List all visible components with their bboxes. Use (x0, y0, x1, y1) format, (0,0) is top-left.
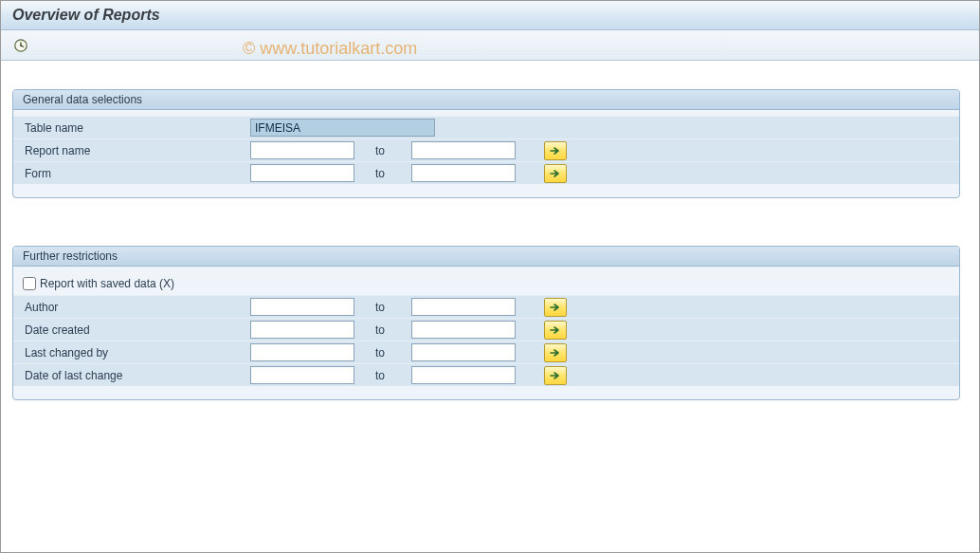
row-last-changed-by: Last changed by to (13, 341, 959, 363)
input-report-name-from[interactable] (250, 141, 354, 159)
title-bar: Overview of Reports (1, 1, 979, 30)
input-date-last-change-to[interactable] (411, 366, 516, 384)
arrow-right-icon (549, 145, 562, 157)
input-report-name-to[interactable] (411, 141, 516, 159)
multiselect-date-last-change-button[interactable] (544, 366, 567, 385)
group-further-restrictions: Further restrictions Report with saved d… (12, 246, 960, 400)
to-label-date-last-change: to (354, 369, 411, 382)
row-date-last-change: Date of last change to (13, 363, 959, 386)
input-date-created-to[interactable] (411, 321, 516, 339)
input-last-changed-by-to[interactable] (411, 343, 516, 361)
label-report-saved-data: Report with saved data (X) (40, 277, 174, 290)
arrow-right-icon (549, 168, 562, 179)
row-report-name: Report name to (13, 138, 959, 161)
row-report-saved-data: Report with saved data (X) (13, 272, 959, 295)
label-date-last-change: Date of last change (23, 369, 250, 382)
to-label-report-name: to (354, 144, 411, 157)
page-title: Overview of Reports (12, 7, 968, 24)
multiselect-last-changed-by-button[interactable] (544, 343, 567, 362)
group-header-general: General data selections (13, 90, 959, 110)
multiselect-report-name-button[interactable] (544, 141, 567, 160)
input-form-from[interactable] (250, 164, 354, 182)
content-area: General data selections Table name Repor… (1, 61, 979, 459)
label-last-changed-by: Last changed by (23, 346, 250, 359)
to-label-last-changed-by: to (354, 346, 411, 359)
arrow-right-icon (549, 302, 562, 313)
to-label-author: to (354, 301, 411, 314)
arrow-right-icon (549, 347, 562, 359)
input-date-last-change-from[interactable] (250, 366, 354, 384)
group-body-general: Table name Report name to Form (13, 110, 959, 197)
label-date-created: Date created (23, 323, 250, 337)
multiselect-date-created-button[interactable] (544, 321, 567, 340)
multiselect-form-button[interactable] (544, 164, 567, 183)
row-table-name: Table name (13, 116, 959, 138)
to-label-form: to (354, 167, 411, 180)
input-form-to[interactable] (411, 164, 516, 182)
execute-button[interactable] (10, 35, 31, 56)
label-report-name: Report name (23, 144, 250, 157)
row-form: Form to (13, 161, 959, 184)
row-author: Author to (13, 295, 959, 318)
input-last-changed-by-from[interactable] (250, 343, 354, 361)
group-header-further: Further restrictions (13, 247, 959, 267)
checkbox-report-saved-data[interactable] (23, 277, 36, 290)
input-author-from[interactable] (250, 298, 354, 316)
label-form: Form (23, 167, 250, 180)
arrow-right-icon (549, 370, 562, 381)
group-body-further: Report with saved data (X) Author to Dat… (13, 267, 959, 399)
arrow-right-icon (549, 324, 562, 336)
input-table-name[interactable] (250, 119, 435, 137)
clock-execute-icon (13, 38, 28, 53)
svg-point-3 (20, 45, 22, 46)
label-table-name: Table name (23, 121, 250, 135)
multiselect-author-button[interactable] (544, 298, 567, 317)
toolbar (1, 30, 979, 61)
input-author-to[interactable] (411, 298, 516, 316)
input-date-created-from[interactable] (250, 321, 354, 339)
to-label-date-created: to (354, 323, 411, 337)
group-general-data-selections: General data selections Table name Repor… (12, 89, 960, 198)
row-date-created: Date created to (13, 318, 959, 341)
label-author: Author (23, 301, 250, 314)
